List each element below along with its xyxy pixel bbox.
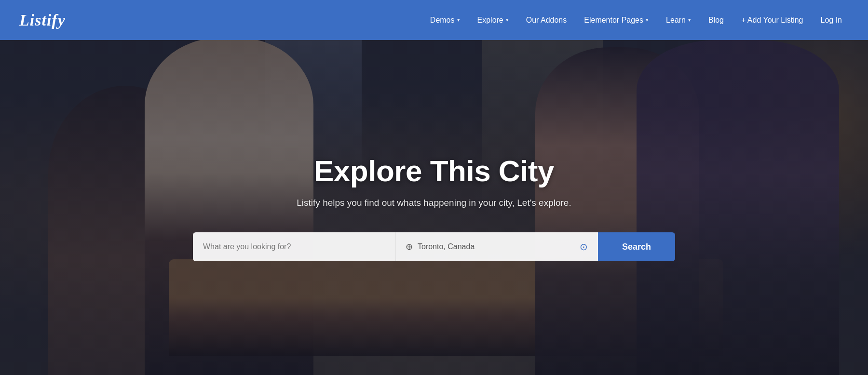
- chevron-down-icon: ▾: [646, 17, 649, 23]
- locate-me-button[interactable]: ⊙: [580, 241, 588, 253]
- nav-menu: Demos ▾ Explore ▾ Our Addons Elementor P…: [423, 12, 849, 28]
- hero-title: Explore This City: [19, 154, 849, 188]
- search-bar: ⊕ ⊙ Search: [193, 232, 675, 261]
- nav-item-demos[interactable]: Demos ▾: [423, 12, 467, 28]
- locate-icon: ⊙: [580, 241, 588, 252]
- keyword-input-wrap: [193, 232, 395, 261]
- nav-item-our-addons[interactable]: Our Addons: [519, 12, 574, 28]
- nav-item-learn[interactable]: Learn ▾: [659, 12, 698, 28]
- keyword-input[interactable]: [203, 242, 385, 251]
- brand-logo[interactable]: Listify: [19, 11, 66, 29]
- chevron-down-icon: ▾: [506, 17, 509, 23]
- location-input[interactable]: [418, 242, 575, 251]
- hero-section: Explore This City Listify helps you find…: [0, 40, 868, 375]
- navbar: Listify Demos ▾ Explore ▾ Our Addons Ele…: [0, 0, 868, 40]
- location-input-wrap: ⊕ ⊙: [395, 232, 598, 261]
- hero-content: Explore This City Listify helps you find…: [0, 154, 868, 261]
- crosshair-icon: ⊕: [406, 241, 413, 252]
- nav-item-explore[interactable]: Explore ▾: [471, 12, 515, 28]
- chevron-down-icon: ▾: [457, 17, 460, 23]
- add-listing-button[interactable]: + Add Your Listing: [734, 12, 810, 28]
- chevron-down-icon: ▾: [688, 17, 691, 23]
- nav-item-blog[interactable]: Blog: [702, 12, 731, 28]
- search-button[interactable]: Search: [598, 232, 675, 261]
- nav-item-elementor-pages[interactable]: Elementor Pages ▾: [577, 12, 655, 28]
- login-button[interactable]: Log In: [814, 12, 849, 28]
- hero-subtitle: Listify helps you find out whats happeni…: [19, 198, 849, 208]
